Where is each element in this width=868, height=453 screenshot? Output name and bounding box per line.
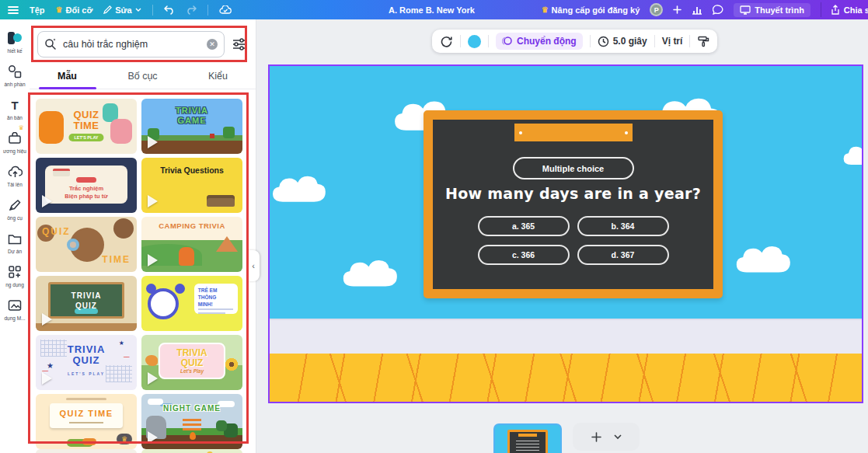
sidebar-item-elements[interactable]: ành phần <box>0 64 30 87</box>
redo-button[interactable] <box>186 5 197 15</box>
apps-icon <box>7 264 23 280</box>
sidebar-item-apps[interactable]: ng dụng <box>0 264 30 287</box>
divider <box>207 5 208 16</box>
document-title[interactable]: A. Rome B. New York <box>389 0 475 19</box>
divider <box>460 35 461 47</box>
template-title: TRIVIAGAME <box>141 106 242 125</box>
present-button[interactable]: Thuyết trình <box>734 3 810 17</box>
add-member-button[interactable] <box>673 5 682 14</box>
plus-icon <box>591 432 601 442</box>
template-thumbnail-t9[interactable]: ★★~~~~TRIVIAQUIZLET'S PLAY <box>36 335 137 390</box>
sidebar-item-tools[interactable]: ông cụ <box>0 197 30 221</box>
templates-panel: ✕ MẫuBố cụcKiểu QUIZTIMELET'S PLAYTRIVIA… <box>30 19 256 453</box>
upgrade-button[interactable]: ♛ Nâng cấp gói đăng ký <box>542 5 640 15</box>
resize-menu[interactable]: ♛ Đổi cỡ <box>56 5 93 15</box>
template-thumbnail-partial[interactable] <box>36 449 137 453</box>
title-placeholder[interactable] <box>514 124 633 141</box>
clock-icon <box>598 36 609 47</box>
template-title: TRIVIAQUIZ <box>36 344 137 365</box>
sidebar-item-projects[interactable]: Dự án <box>0 231 30 254</box>
template-thumbnail-t10[interactable]: TRIVIAQUIZLet's Play <box>141 335 242 390</box>
sidebar-item-uploads[interactable]: Tải lên <box>0 164 30 187</box>
edit-menu[interactable]: Sửa <box>103 5 141 15</box>
paint-roller-icon[interactable] <box>697 36 709 47</box>
template-grid: QUIZTIMELET'S PLAYTRIVIAGAMETrắc nghiệmB… <box>36 99 242 449</box>
sidebar-item-design[interactable]: hiết kế <box>0 30 30 54</box>
crown-icon: ♛ <box>56 6 63 14</box>
sidebar-item-label: Dự án <box>8 249 22 254</box>
tab-bocuc[interactable]: Bố cục <box>105 66 180 89</box>
position-label: Vị trí <box>662 36 683 47</box>
question-text[interactable]: How many days are in a year? <box>433 185 713 202</box>
comment-icon[interactable] <box>713 5 723 15</box>
shuffle-refresh-icon[interactable] <box>440 36 453 47</box>
template-subtitle: LET'S PLAY <box>68 134 103 141</box>
sidebar-item-text[interactable]: Tăn bản <box>0 97 30 120</box>
answer-option-d[interactable]: d. 367 <box>577 245 669 265</box>
animate-button[interactable]: Chuyển động <box>496 33 583 50</box>
avatar[interactable]: P <box>650 3 663 16</box>
tab-mau[interactable]: Mẫu <box>30 66 105 89</box>
template-thumbnail-t5[interactable]: QUIZTIME <box>36 217 137 272</box>
search-icon <box>44 38 57 51</box>
filter-sliders-icon[interactable] <box>231 36 248 53</box>
sidebar-item-app-m[interactable]: dụng M... <box>0 298 30 321</box>
divider <box>152 5 153 16</box>
quiz-blackboard[interactable]: Multiple choice How many days are in a y… <box>424 110 723 298</box>
divider <box>689 35 690 47</box>
clear-search-icon[interactable]: ✕ <box>207 39 218 50</box>
template-title: CAMPING TRIVIA <box>141 221 242 230</box>
page-thumbnail[interactable] <box>493 423 562 453</box>
search-box: ✕ <box>37 31 225 57</box>
add-page-button[interactable] <box>573 423 640 451</box>
divider <box>488 35 489 47</box>
template-thumbnail-t2[interactable]: TRIVIAGAME <box>141 99 242 154</box>
template-thumbnail-t8[interactable]: TRẺ EMTHÔNGMINH! <box>141 276 242 331</box>
answers-grid: a. 365 b. 364 c. 366 d. 367 <box>478 216 669 265</box>
undo-button[interactable] <box>164 5 175 15</box>
template-thumbnail-t6[interactable]: CAMPING TRIVIA <box>141 217 242 272</box>
template-thumbnail-t3[interactable]: Trắc nghiệmBiện pháp tu từ <box>36 158 137 213</box>
template-title: QUIZ TIME <box>36 409 137 418</box>
motion-icon <box>502 36 513 47</box>
tab-kieu[interactable]: Kiểu <box>180 66 256 89</box>
crown-icon: ♛ <box>19 125 24 131</box>
insights-chart-icon[interactable] <box>692 5 702 15</box>
question-type-pill[interactable]: Multiple choice <box>513 157 634 179</box>
pro-crown-badge: ♛ <box>117 434 132 444</box>
play-icon <box>148 136 158 148</box>
panel-collapse-handle[interactable]: ‹ <box>247 250 260 281</box>
duration-label: 5.0 giây <box>613 36 647 47</box>
sidebar: hiết kếành phầnTăn bản♛ương hiệuTải lênô… <box>0 19 30 453</box>
position-button[interactable]: Vị trí <box>662 36 683 47</box>
upgrade-label: Nâng cấp gói đăng ký <box>552 5 640 15</box>
cloud-saved-icon[interactable] <box>219 5 232 15</box>
sidebar-item-brand[interactable]: ♛ương hiệu <box>0 131 30 154</box>
slide-page[interactable]: Multiple choice How many days are in a y… <box>268 64 863 403</box>
template-thumbnail-t4[interactable]: Trivia Questions <box>141 158 242 213</box>
elements-icon <box>7 64 23 79</box>
template-thumbnail-t12[interactable]: NIGHT GAME <box>141 394 242 449</box>
template-thumbnail-t11[interactable]: QUIZ TIME♛ <box>36 394 137 449</box>
template-thumbnail-t7[interactable]: TRIVIAQUIZ <box>36 276 137 331</box>
sidebar-item-label: dụng M... <box>4 315 25 321</box>
share-label: Chia sẻ <box>844 5 868 15</box>
duration-button[interactable]: 5.0 giây <box>598 36 647 47</box>
template-thumbnail-partial[interactable] <box>141 449 242 453</box>
page-thumbnail-board <box>507 430 548 453</box>
answer-option-a[interactable]: a. 365 <box>478 216 570 236</box>
cloud <box>727 235 807 278</box>
template-title: TRẺ EMTHÔNGMINH! <box>198 287 236 308</box>
share-icon <box>831 5 840 15</box>
canva-editor-window: Tệp ♛ Đổi cỡ Sửa A. Rome B. New York <box>0 0 868 453</box>
search-input[interactable] <box>61 38 202 51</box>
template-thumbnail-t1[interactable]: QUIZTIMELET'S PLAY <box>36 99 137 154</box>
share-button[interactable]: Chia sẻ <box>821 2 868 17</box>
hamburger-menu-icon[interactable] <box>8 5 19 15</box>
answer-option-b[interactable]: b. 364 <box>577 216 669 236</box>
answer-option-c[interactable]: c. 366 <box>478 245 570 265</box>
file-menu[interactable]: Tệp <box>30 5 45 15</box>
document-title-label: A. Rome B. New York <box>389 5 475 15</box>
color-swatch-blue[interactable] <box>468 35 481 48</box>
divider <box>590 35 591 47</box>
